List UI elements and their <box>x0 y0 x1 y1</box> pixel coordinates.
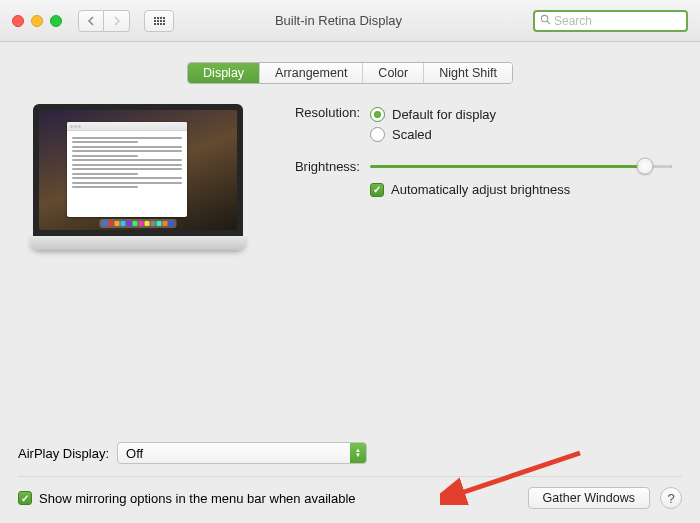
tab-bar: Display Arrangement Color Night Shift <box>0 62 700 84</box>
svg-point-0 <box>541 15 547 21</box>
window-title: Built-in Retina Display <box>184 13 523 28</box>
resolution-scaled-label: Scaled <box>392 127 432 142</box>
search-icon <box>540 14 551 27</box>
brightness-slider[interactable] <box>370 158 672 174</box>
airplay-label: AirPlay Display: <box>18 446 109 461</box>
mirror-checkbox[interactable]: ✓ Show mirroring options in the menu bar… <box>18 491 356 506</box>
slider-thumb-icon[interactable] <box>636 158 653 175</box>
select-arrows-icon: ▲▼ <box>350 443 366 463</box>
gather-windows-button[interactable]: Gather Windows <box>528 487 650 509</box>
forward-button[interactable] <box>104 10 130 32</box>
auto-brightness-checkbox[interactable]: ✓ Automatically adjust brightness <box>370 182 672 197</box>
title-bar: Built-in Retina Display <box>0 0 700 42</box>
resolution-label: Resolution: <box>278 104 370 120</box>
nav-buttons <box>78 10 130 32</box>
search-input[interactable] <box>554 14 700 28</box>
close-icon[interactable] <box>12 15 24 27</box>
tab-night-shift[interactable]: Night Shift <box>423 63 512 83</box>
display-preview <box>28 104 248 254</box>
window-controls <box>12 15 62 27</box>
svg-line-1 <box>547 21 550 24</box>
auto-brightness-label: Automatically adjust brightness <box>391 182 570 197</box>
show-all-button[interactable] <box>144 10 174 32</box>
footer: AirPlay Display: Off ▲▼ ✓ Show mirroring… <box>0 432 700 523</box>
grid-icon <box>154 17 165 25</box>
resolution-default-option[interactable]: Default for display <box>370 104 672 124</box>
help-button[interactable]: ? <box>660 487 682 509</box>
checkmark-icon: ✓ <box>18 491 32 505</box>
settings-panel: Resolution: Default for display Scaled B… <box>278 104 672 254</box>
maximize-icon[interactable] <box>50 15 62 27</box>
tab-color[interactable]: Color <box>362 63 423 83</box>
radio-selected-icon <box>370 107 385 122</box>
minimize-icon[interactable] <box>31 15 43 27</box>
airplay-select[interactable]: Off ▲▼ <box>117 442 367 464</box>
tab-display[interactable]: Display <box>188 63 259 83</box>
brightness-label: Brightness: <box>278 158 370 174</box>
resolution-scaled-option[interactable]: Scaled <box>370 124 672 144</box>
search-field[interactable] <box>533 10 688 32</box>
radio-icon <box>370 127 385 142</box>
checkmark-icon: ✓ <box>370 183 384 197</box>
back-button[interactable] <box>78 10 104 32</box>
mirror-label: Show mirroring options in the menu bar w… <box>39 491 356 506</box>
airplay-value: Off <box>126 446 143 461</box>
resolution-default-label: Default for display <box>392 107 496 122</box>
tab-arrangement[interactable]: Arrangement <box>259 63 362 83</box>
content-area: Resolution: Default for display Scaled B… <box>0 84 700 254</box>
